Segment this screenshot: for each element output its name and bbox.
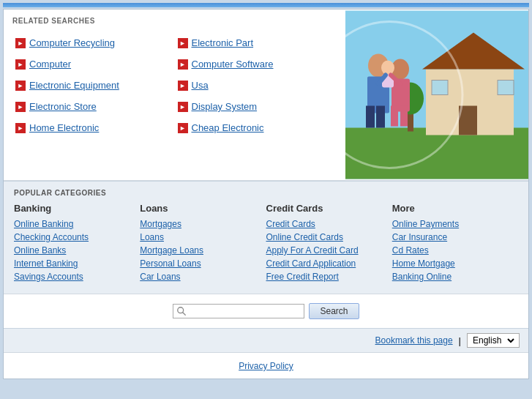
- svg-rect-6: [498, 81, 514, 95]
- svg-line-23: [183, 313, 186, 316]
- main-content: RELATED SEARCHES ► Computer Recycling ► …: [3, 9, 529, 379]
- arrow-icon: ►: [15, 102, 26, 112]
- svg-point-17: [381, 61, 394, 75]
- privacy-policy-link[interactable]: Privacy Policy: [239, 361, 293, 371]
- svg-rect-16: [400, 106, 408, 127]
- computer-recycling-link[interactable]: Computer Recycling: [29, 37, 115, 48]
- online-banking-link[interactable]: Online Banking: [14, 217, 134, 231]
- footer-bar: Bookmark this page | English Spanish Fre…: [4, 328, 528, 352]
- personal-loans-link[interactable]: Personal Loans: [140, 257, 260, 270]
- banking-column: Banking Online Banking Checking Accounts…: [14, 203, 140, 283]
- banking-header: Banking: [14, 203, 134, 214]
- list-item: ► Electronic Part: [175, 32, 337, 53]
- mortgages-link[interactable]: Mortgages: [140, 217, 260, 231]
- links-grid: ► Computer Recycling ► Computer ► Electr…: [12, 32, 337, 138]
- search-section: Search: [4, 294, 528, 328]
- svg-rect-11: [366, 106, 375, 128]
- separator: |: [459, 335, 461, 346]
- loans-column: Loans Mortgages Loans Mortgage Loans Per…: [140, 203, 266, 283]
- svg-rect-5: [432, 81, 448, 95]
- cd-rates-link[interactable]: Cd Rates: [392, 244, 512, 257]
- bookmark-link[interactable]: Bookmark this page: [375, 335, 453, 346]
- list-item: ► Display System: [175, 96, 337, 117]
- arrow-icon: ►: [178, 102, 188, 112]
- categories-grid: Banking Online Banking Checking Accounts…: [14, 203, 518, 283]
- online-credit-cards-link[interactable]: Online Credit Cards: [266, 231, 386, 244]
- arrow-icon: ►: [178, 38, 188, 48]
- list-item: ► Electronic Equipment: [12, 75, 175, 96]
- svg-rect-15: [391, 106, 398, 127]
- links-col-2: ► Electronic Part ► Computer Software ► …: [175, 32, 337, 138]
- car-loans-link[interactable]: Car Loans: [140, 270, 260, 283]
- arrow-icon: ►: [178, 81, 188, 91]
- electronic-store-link[interactable]: Electronic Store: [29, 101, 97, 112]
- arrow-icon: ►: [178, 123, 188, 133]
- internet-banking-link[interactable]: Internet Banking: [14, 257, 134, 270]
- related-searches-left: RELATED SEARCHES ► Computer Recycling ► …: [4, 10, 345, 180]
- search-icon: [176, 306, 187, 316]
- mortgage-loans-link[interactable]: Mortgage Loans: [140, 244, 260, 257]
- banking-online-link[interactable]: Banking Online: [392, 270, 512, 283]
- credit-card-application-link[interactable]: Credit Card Application: [266, 257, 386, 270]
- savings-accounts-link[interactable]: Savings Accounts: [14, 270, 134, 283]
- family-image: [345, 10, 528, 180]
- computer-link[interactable]: Computer: [29, 59, 71, 70]
- credit-cards-column: Credit Cards Credit Cards Online Credit …: [266, 203, 392, 283]
- arrow-icon: ►: [15, 81, 26, 91]
- svg-rect-12: [376, 106, 385, 128]
- search-input[interactable]: [189, 306, 301, 316]
- online-banks-link[interactable]: Online Banks: [14, 244, 134, 257]
- electronic-part-link[interactable]: Electronic Part: [192, 37, 254, 48]
- apply-credit-card-link[interactable]: Apply For A Credit Card: [266, 244, 386, 257]
- online-payments-link[interactable]: Online Payments: [392, 217, 512, 231]
- free-credit-report-link[interactable]: Free Credit Report: [266, 270, 386, 283]
- popular-categories-title: POPULAR CATEGORIES: [14, 189, 518, 197]
- list-item: ► Home Electronic: [12, 117, 175, 138]
- list-item: ► Computer: [12, 53, 175, 75]
- credit-cards-link[interactable]: Credit Cards: [266, 217, 386, 231]
- home-electronic-link[interactable]: Home Electronic: [29, 122, 99, 133]
- search-input-wrapper: [173, 304, 304, 318]
- list-item: ► Computer Recycling: [12, 32, 175, 53]
- loans-header: Loans: [140, 203, 260, 214]
- display-system-link[interactable]: Display System: [192, 101, 258, 112]
- list-item: ► Usa: [175, 75, 337, 96]
- language-select-wrapper: English Spanish French German: [467, 333, 520, 348]
- checking-accounts-link[interactable]: Checking Accounts: [14, 231, 134, 244]
- computer-software-link[interactable]: Computer Software: [192, 59, 274, 70]
- list-item: ► Computer Software: [175, 53, 337, 75]
- home-mortgage-link[interactable]: Home Mortgage: [392, 257, 512, 270]
- search-button[interactable]: Search: [309, 303, 359, 319]
- arrow-icon: ►: [15, 123, 26, 133]
- loans-link[interactable]: Loans: [140, 231, 260, 244]
- list-item: ► Electronic Store: [12, 96, 175, 117]
- credit-cards-header: Credit Cards: [266, 203, 386, 214]
- svg-rect-1: [345, 128, 528, 179]
- arrow-icon: ►: [15, 38, 26, 48]
- car-insurance-link[interactable]: Car Insurance: [392, 231, 512, 244]
- related-searches-section: RELATED SEARCHES ► Computer Recycling ► …: [4, 10, 528, 181]
- electronic-equipment-link[interactable]: Electronic Equipment: [29, 80, 119, 91]
- related-searches-title: RELATED SEARCHES: [12, 17, 337, 25]
- popular-categories-section: POPULAR CATEGORIES Banking Online Bankin…: [4, 181, 528, 294]
- arrow-icon: ►: [178, 59, 188, 70]
- cheap-electronic-link[interactable]: Cheap Electronic: [192, 122, 264, 133]
- links-col-1: ► Computer Recycling ► Computer ► Electr…: [12, 32, 175, 138]
- top-bar: [3, 3, 529, 7]
- arrow-icon: ►: [15, 59, 26, 70]
- page-wrapper: RELATED SEARCHES ► Computer Recycling ► …: [3, 3, 529, 379]
- more-header: More: [392, 203, 512, 214]
- language-select[interactable]: English Spanish French German: [470, 335, 517, 346]
- list-item: ► Cheap Electronic: [175, 117, 337, 138]
- more-column: More Online Payments Car Insurance Cd Ra…: [392, 203, 518, 283]
- usa-link[interactable]: Usa: [192, 80, 209, 91]
- family-illustration-svg: [345, 10, 528, 180]
- privacy-bar: Privacy Policy: [4, 352, 528, 379]
